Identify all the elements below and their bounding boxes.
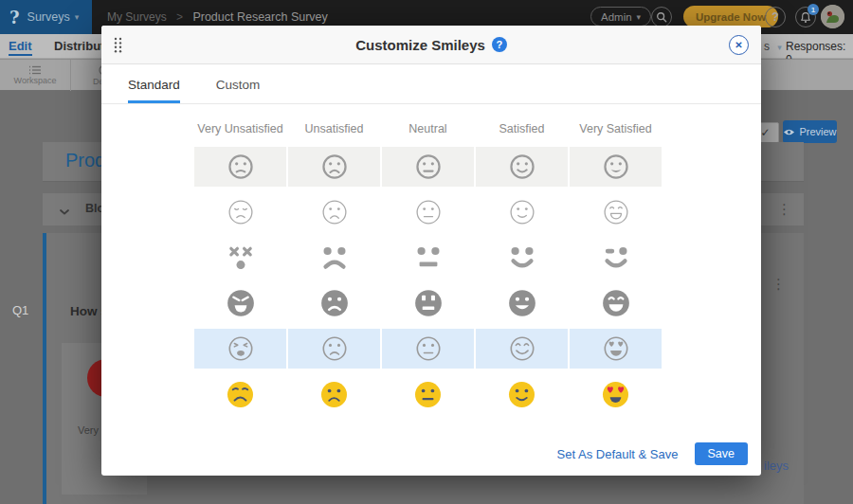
color-emoji-very-unsatisfied-icon: [223, 377, 258, 412]
admin-menu[interactable]: Admin ▾: [590, 7, 651, 27]
color-emoji-very-satisfied-icon: [598, 377, 633, 412]
sketch-outline-very-unsatisfied-icon: [224, 332, 258, 366]
column-header-very-unsatisfied: Very Unsatisfied: [194, 122, 286, 135]
smiley-color-emoji-very-unsatisfied[interactable]: [194, 374, 286, 414]
avatar-image: [821, 5, 844, 28]
solid-filled-neutral-icon: [410, 285, 446, 321]
thin-outline-satisfied-icon: [505, 195, 539, 229]
smiley-color-emoji-neutral[interactable]: [382, 374, 474, 414]
smiley-minimal-shapes-very-satisfied[interactable]: [570, 238, 662, 278]
set-default-save-link[interactable]: Set As Default & Save: [557, 447, 679, 461]
survey-title[interactable]: Prod: [65, 150, 105, 171]
smiley-rows: [194, 147, 662, 414]
column-headers: Very UnsatisfiedUnsatisfiedNeutralSatisf…: [194, 122, 662, 135]
collapse-icon[interactable]: [59, 201, 70, 216]
bold-outline-satisfied-icon: [506, 151, 538, 183]
search-button[interactable]: [651, 7, 672, 27]
caret-down-icon: ▾: [75, 12, 80, 22]
sketch-outline-very-satisfied-icon: [599, 332, 633, 366]
smiley-set-solid-filled: [194, 283, 662, 323]
breadcrumb-parent[interactable]: My Surveys: [107, 10, 167, 24]
smiley-set-thin-outline: [194, 192, 662, 232]
smiley-bold-outline-very-unsatisfied[interactable]: [194, 147, 286, 187]
preview-button[interactable]: Preview: [783, 120, 837, 143]
tab-edit[interactable]: Edit: [9, 39, 32, 56]
admin-label: Admin: [601, 11, 632, 23]
partial-dropdown[interactable]: s ▾: [764, 40, 782, 53]
bold-outline-very-unsatisfied-icon: [225, 151, 257, 183]
smiley-solid-filled-neutral[interactable]: [382, 283, 474, 323]
page: ? Surveys ▾ My Surveys > Product Researc…: [0, 0, 853, 504]
drag-handle-icon[interactable]: [114, 37, 122, 53]
smiley-solid-filled-very-satisfied[interactable]: [570, 283, 662, 323]
solid-filled-unsatisfied-icon: [317, 285, 353, 321]
smiley-solid-filled-satisfied[interactable]: [476, 283, 568, 323]
smiley-set-bold-outline: [194, 147, 662, 187]
smiley-solid-filled-very-unsatisfied[interactable]: [194, 283, 286, 323]
solid-filled-very-satisfied-icon: [598, 285, 634, 321]
smiley-bold-outline-unsatisfied[interactable]: [288, 147, 380, 187]
save-button[interactable]: Save: [695, 442, 749, 465]
color-emoji-neutral-icon: [410, 377, 445, 412]
smiley-color-emoji-unsatisfied[interactable]: [288, 374, 380, 414]
minimal-shapes-very-unsatisfied-icon: [222, 239, 260, 277]
notifications-button[interactable]: 1: [795, 7, 816, 27]
block-menu-icon[interactable]: ⋮: [777, 201, 791, 218]
smiley-thin-outline-neutral[interactable]: [382, 192, 474, 232]
smiley-color-emoji-very-satisfied[interactable]: [570, 374, 662, 414]
smiley-sketch-outline-satisfied[interactable]: [476, 329, 568, 369]
question-menu-icon[interactable]: ⋮: [771, 276, 786, 293]
smiley-thin-outline-satisfied[interactable]: [476, 192, 568, 232]
breadcrumb-current: Product Research Survey: [192, 10, 327, 24]
breadcrumb: My Surveys > Product Research Survey: [107, 10, 328, 24]
workspace-list-icon: [28, 65, 42, 75]
minimal-shapes-neutral-icon: [409, 239, 447, 277]
tab-standard[interactable]: Standard: [128, 78, 180, 103]
smiley-color-emoji-satisfied[interactable]: [476, 374, 568, 414]
modal-help-icon[interactable]: ?: [492, 37, 507, 52]
thin-outline-neutral-icon: [411, 195, 445, 229]
smiley-minimal-shapes-satisfied[interactable]: [476, 238, 568, 278]
smiley-minimal-shapes-neutral[interactable]: [382, 238, 474, 278]
thin-outline-very-unsatisfied-icon: [224, 195, 258, 229]
sketch-outline-neutral-icon: [411, 332, 445, 366]
avatar[interactable]: [821, 5, 844, 28]
column-header-neutral: Neutral: [382, 122, 474, 135]
smiley-sketch-outline-very-satisfied[interactable]: [570, 329, 662, 369]
smiley-minimal-shapes-unsatisfied[interactable]: [288, 238, 380, 278]
smiley-thin-outline-very-unsatisfied[interactable]: [194, 192, 286, 232]
smiley-set-color-emoji: [194, 374, 662, 414]
smiley-bold-outline-satisfied[interactable]: [476, 147, 568, 187]
customize-smileys-link[interactable]: ileys: [764, 459, 789, 473]
minimal-shapes-satisfied-icon: [503, 239, 541, 277]
workspace-label: Workspace: [14, 76, 57, 85]
notification-badge: 1: [808, 4, 819, 15]
close-icon: ✕: [735, 40, 742, 50]
sketch-outline-unsatisfied-icon: [318, 332, 352, 366]
modal-header: Customize Smileys ? ✕: [101, 26, 761, 64]
smiley-minimal-shapes-very-unsatisfied[interactable]: [194, 238, 286, 278]
help-button[interactable]: ?: [765, 7, 786, 27]
smiley-sketch-outline-unsatisfied[interactable]: [288, 329, 380, 369]
workspace-button[interactable]: Workspace: [0, 60, 71, 91]
thin-outline-very-satisfied-icon: [599, 195, 633, 229]
search-icon: [656, 11, 667, 23]
modal-footer: Set As Default & Save Save: [557, 442, 748, 465]
smiley-set-minimal-shapes: [194, 238, 662, 278]
eye-icon: [783, 128, 795, 136]
smiley-bold-outline-very-satisfied[interactable]: [570, 147, 662, 187]
smiley-bold-outline-neutral[interactable]: [382, 147, 474, 187]
smiley-solid-filled-unsatisfied[interactable]: [288, 283, 380, 323]
solid-filled-very-unsatisfied-icon: [223, 285, 259, 321]
modal-tabs: StandardCustom: [101, 64, 761, 104]
smiley-sketch-outline-very-unsatisfied[interactable]: [194, 329, 286, 369]
smiley-set-sketch-outline: [194, 329, 662, 369]
app-switcher[interactable]: ? Surveys ▾: [0, 0, 92, 34]
smiley-sketch-outline-neutral[interactable]: [382, 329, 474, 369]
smiley-thin-outline-very-satisfied[interactable]: [570, 192, 662, 232]
tab-custom[interactable]: Custom: [216, 78, 261, 103]
bold-outline-unsatisfied-icon: [318, 151, 351, 183]
check-icon: ✓: [760, 126, 770, 139]
close-button[interactable]: ✕: [729, 35, 749, 55]
smiley-thin-outline-unsatisfied[interactable]: [288, 192, 380, 232]
